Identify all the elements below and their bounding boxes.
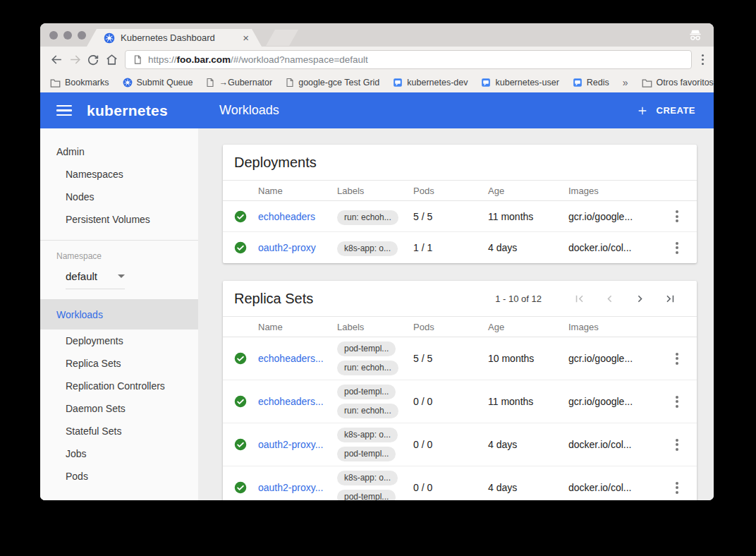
app-header: kubernetes Workloads CREATE — [40, 92, 714, 128]
deployments-card: Deployments Name Labels Pods Age Images … — [223, 145, 697, 263]
row-menu-icon[interactable] — [673, 350, 681, 368]
row-menu-icon[interactable] — [673, 207, 681, 225]
address-bar[interactable]: https://foo.bar.com/#/workload?namespace… — [125, 50, 692, 69]
groups-chat-icon — [573, 78, 583, 87]
label-chip: pod-templ... — [337, 490, 396, 500]
zoom-window-button[interactable] — [78, 31, 86, 40]
images-value: docker.io/col... — [568, 439, 663, 450]
bookmarks-overflow-icon[interactable]: » — [623, 77, 628, 88]
folder-icon — [642, 78, 652, 87]
age-value: 4 days — [488, 482, 568, 493]
sidebar-item-admin[interactable]: Admin — [40, 140, 198, 163]
replica-set-link[interactable]: echoheaders... — [258, 353, 337, 364]
row-menu-icon[interactable] — [673, 239, 681, 257]
column-labels: Labels — [337, 322, 413, 332]
folder-icon — [50, 78, 61, 87]
bookmark-label: kubernetes-user — [495, 78, 559, 87]
kubernetes-favicon-icon — [104, 32, 115, 44]
status-ok-icon — [234, 352, 258, 365]
page-icon — [286, 78, 294, 87]
sidebar-item-workloads[interactable]: Workloads — [40, 299, 198, 330]
label-chip: pod-templ... — [337, 447, 396, 461]
bookmark-label: google-gce Test Grid — [298, 78, 379, 87]
pods-value: 0 / 0 — [413, 396, 488, 407]
page-icon — [133, 54, 142, 65]
sidebar-item-persistent-volumes[interactable]: Persistent Volumes — [40, 208, 198, 231]
sidebar-item-nodes[interactable]: Nodes — [40, 186, 198, 208]
images-value: gcr.io/google... — [568, 396, 663, 407]
bookmark-submit-queue[interactable]: Submit Queue — [123, 78, 193, 87]
kubernetes-icon — [123, 78, 133, 87]
namespace-label: Namespace — [40, 241, 198, 261]
sidebar-item-replication-controllers[interactable]: Replication Controllers — [40, 375, 198, 397]
images-value: docker.io/col... — [568, 482, 663, 493]
table-row: oauth2-proxy k8s-app: o... 1 / 1 4 days … — [223, 232, 697, 263]
reload-icon[interactable] — [84, 51, 102, 69]
sidebar-item-deployments[interactable]: Deployments — [40, 330, 198, 352]
age-value: 4 days — [488, 242, 568, 253]
bookmark-label: Redis — [587, 78, 609, 87]
last-page-icon[interactable] — [664, 292, 677, 306]
images-value: docker.io/col... — [568, 242, 663, 253]
browser-menu-icon[interactable] — [699, 52, 707, 68]
bookmark-gubernator[interactable]: →Gubernator — [206, 78, 272, 87]
bookmark-kubernetes-user[interactable]: kubernetes-user — [481, 78, 559, 87]
bookmark-bookmarks-folder[interactable]: Bookmarks — [50, 78, 109, 87]
sidebar-item-namespaces[interactable]: Namespaces — [40, 163, 198, 186]
back-icon[interactable] — [47, 51, 66, 69]
column-name: Name — [258, 322, 337, 332]
close-window-button[interactable] — [49, 31, 58, 40]
table-row: echoheaders... pod-templ... run: echoh..… — [223, 337, 697, 380]
replica-sets-title: Replica Sets — [234, 291, 313, 307]
column-images: Images — [568, 186, 663, 196]
chevron-down-icon — [118, 274, 125, 278]
age-value: 10 months — [488, 353, 568, 364]
bookmark-otros-favoritos-folder[interactable]: Otros favoritos — [642, 78, 714, 87]
sidebar-item-pods[interactable]: Pods — [40, 465, 198, 488]
row-menu-icon[interactable] — [673, 479, 681, 497]
browser-tab[interactable]: Kubernetes Dashboard × — [87, 29, 262, 47]
status-ok-icon — [234, 438, 258, 451]
create-button[interactable]: CREATE — [637, 105, 695, 116]
table-row: echoheaders... pod-templ... run: echoh..… — [223, 380, 697, 423]
previous-page-icon[interactable] — [603, 292, 616, 306]
table-row: oauth2-proxy... k8s-app: o... pod-templ.… — [223, 466, 697, 500]
column-age: Age — [488, 186, 568, 196]
replica-sets-card-header: Replica Sets 1 - 10 of 12 — [223, 281, 697, 316]
browser-toolbar: https://foo.bar.com/#/workload?namespace… — [40, 47, 714, 73]
sidebar-item-stateful-sets[interactable]: Stateful Sets — [40, 420, 198, 442]
hamburger-menu-icon[interactable] — [56, 105, 72, 116]
deployment-link[interactable]: echoheaders — [258, 211, 337, 222]
replica-set-link[interactable]: echoheaders... — [258, 396, 337, 407]
column-labels: Labels — [337, 186, 413, 196]
url-path: /#/workload?namespace=default — [231, 54, 368, 65]
deployment-link[interactable]: oauth2-proxy — [258, 242, 337, 253]
page-icon — [206, 78, 214, 87]
row-menu-icon[interactable] — [673, 393, 681, 411]
minimize-window-button[interactable] — [63, 31, 72, 40]
bookmark-label: Otros favoritos — [657, 78, 714, 87]
replica-set-link[interactable]: oauth2-proxy... — [258, 482, 337, 493]
next-page-icon[interactable] — [633, 292, 647, 306]
home-icon[interactable] — [102, 51, 121, 69]
bookmark-kubernetes-dev[interactable]: kubernetes-dev — [393, 78, 468, 87]
sidebar-item-replica-sets[interactable]: Replica Sets — [40, 352, 198, 375]
first-page-icon[interactable] — [573, 292, 586, 306]
status-ok-icon — [234, 210, 258, 223]
column-images: Images — [568, 322, 663, 332]
sidebar-item-jobs[interactable]: Jobs — [40, 442, 198, 465]
browser-window: Kubernetes Dashboard × https://foo.bar.c… — [40, 23, 714, 500]
close-tab-icon[interactable]: × — [243, 32, 249, 43]
replica-set-link[interactable]: oauth2-proxy... — [258, 439, 337, 450]
bookmark-google-gce-test-grid[interactable]: google-gce Test Grid — [286, 78, 379, 87]
url-text: https://foo.bar.com/#/workload?namespace… — [148, 54, 368, 65]
incognito-icon — [688, 28, 703, 43]
bookmark-label: →Gubernator — [219, 78, 272, 87]
forward-icon[interactable] — [66, 51, 84, 69]
new-tab-button[interactable] — [266, 30, 298, 46]
bookmarks-bar: Bookmarks Submit Queue →Gubernator googl… — [40, 73, 714, 92]
bookmark-redis[interactable]: Redis — [573, 78, 609, 87]
namespace-selector[interactable]: default — [66, 270, 125, 289]
sidebar-item-daemon-sets[interactable]: Daemon Sets — [40, 397, 198, 420]
row-menu-icon[interactable] — [673, 436, 681, 454]
